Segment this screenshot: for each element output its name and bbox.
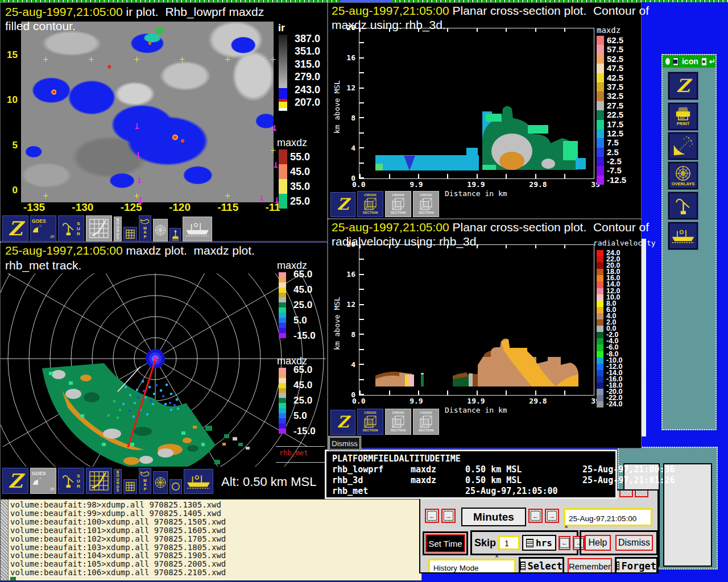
colorbar-tick: 5.0 [291,410,316,422]
small-grid-button[interactable] [123,479,137,494]
step-back-button[interactable]: ← [425,509,439,523]
map-button[interactable]: MAP [139,215,151,242]
xsec-rv-plot[interactable] [359,244,594,396]
overlay-wheel-button[interactable] [153,219,168,242]
bounds-button[interactable]: BOUNDS [114,217,122,242]
surveillance-button[interactable]: SUR [58,468,84,494]
ship-button[interactable] [668,222,698,250]
goes-ir-button[interactable]: GOES .IR [30,468,56,494]
colorbar-label: radialvelocity [593,239,656,247]
beam-tool-button[interactable] [668,132,698,160]
step-forward-button[interactable]: → [441,509,456,523]
overlay-wheel-button[interactable] [153,471,168,494]
right-arrow-icon: → [444,511,453,521]
satellite-ir-image[interactable] [21,22,274,202]
x-tick-marks [359,174,594,178]
grid-mark [89,57,94,62]
bounds-button[interactable]: BOUNDS [114,469,122,494]
surveillance-button[interactable]: SUR [58,215,84,242]
color-swatch [597,138,604,147]
colorbar-entry: 22.5 [597,110,626,119]
remember-button[interactable]: Remember [568,558,612,573]
circle-button[interactable] [169,479,182,494]
color-swatch [279,423,286,429]
goes-ir-button[interactable]: GOES .IR [30,215,56,242]
minutes-button[interactable]: Minutes [461,508,526,526]
header-cell: ALTITUDE [399,454,440,464]
zeb-logo-button[interactable]: Z [2,468,28,494]
skip-back-button[interactable]: ← [559,536,570,550]
grid-radar-button[interactable] [86,468,112,494]
minutes-back-button[interactable]: ← [528,509,543,523]
platform-dismiss-button[interactable]: Dismiss [328,436,361,451]
cross-section-button-2[interactable]: CROSS SECTION [385,191,411,217]
select-button[interactable]: Select [519,557,564,573]
titlebar-menu-icon[interactable] [673,57,679,66]
color-swatch [279,413,286,418]
color-swatch [597,275,603,281]
time-input[interactable] [564,508,652,526]
print-button[interactable]: PRINT [668,103,698,130]
cross-section-button-3[interactable]: CROSS SECTION [413,191,439,217]
help-button[interactable]: Help [585,535,611,551]
zeb-logo-button[interactable]: Z [330,192,355,217]
window-title: 25-aug-1997,21:05:00 Planar cross-sectio… [332,4,649,18]
x-tick: -125 [121,201,142,214]
colorbar-entry: 45.0 [279,164,310,179]
colorbar-tick: 22.5 [604,110,623,119]
zeb-logo-button[interactable]: Z [2,215,28,242]
left-arrow-icon: ← [531,511,540,521]
forget-button[interactable]: Forget [615,557,658,573]
titlebar-dot-icon[interactable] [702,58,706,65]
grid-radar-button[interactable] [86,215,112,242]
zeb-logo-button[interactable]: Z [668,72,698,99]
colorbar-tick: 2.5 [604,148,619,157]
colorbar-tick: 207.0 [292,96,320,109]
terminal-window[interactable]: volume:beaufait:98>xdump.all 970825.1305… [0,499,422,581]
hrs-menu-button[interactable]: hrs [522,535,556,551]
minutes-forward-button[interactable]: → [545,509,559,523]
xsec-rv-contours [359,245,594,395]
ppi-display[interactable] [1,273,326,467]
ship-button[interactable] [183,217,212,242]
skip-input[interactable] [498,535,520,550]
set-time-button[interactable]: Set Time [425,534,465,552]
history-mode-input[interactable] [428,559,516,573]
clipped-button[interactable] [635,489,648,497]
color-swatch [279,179,287,194]
colorbar-entry [279,403,286,408]
cross-section-button-1[interactable]: CROSS SECTION [357,409,383,435]
buoy-marker [259,195,264,201]
dismiss-button[interactable]: Dismiss [615,535,653,551]
cross-section-button-3[interactable]: CROSS SECTION [413,409,439,435]
cube-icon [419,415,433,429]
overlays-button[interactable]: OVERLAYS [668,162,698,189]
separator [276,462,325,463]
color-swatch [279,282,286,288]
clipped-button[interactable] [619,489,633,497]
titlebar-circle-icon[interactable] [665,58,670,65]
map-button[interactable]: MAP [139,468,151,494]
small-grid-button[interactable] [123,227,137,242]
icon-panel-titlebar[interactable]: icon ↵ [663,55,715,68]
color-swatch [279,408,286,413]
ship-button[interactable] [184,469,213,494]
buoy-button[interactable] [169,228,181,242]
color-swatch [597,401,603,408]
cross-section-button-2[interactable]: CROSS SECTION [385,409,411,435]
titlebar-return-icon[interactable]: ↵ [709,57,715,66]
x-tick: 9.9 [410,180,423,189]
y-tick: 16 [346,270,355,278]
colorbar-entry [279,307,286,313]
icon-panel-window: icon ↵ Z PRINT OVERLAYS [661,54,717,430]
color-swatch [279,333,286,338]
colorbar-entry: 57.5 [597,45,626,54]
y-tick: 16 [346,53,355,62]
colorbar-entry: 25.0 [279,194,310,209]
terminal-scrollbar[interactable] [1,500,9,580]
color-swatch [597,351,603,357]
radar-antenna-button[interactable] [668,192,698,219]
cross-section-button-1[interactable]: CROSS SECTION [357,191,383,217]
xsec-maxdz-plot[interactable] [359,28,594,179]
zeb-logo-button[interactable]: Z [330,410,355,435]
